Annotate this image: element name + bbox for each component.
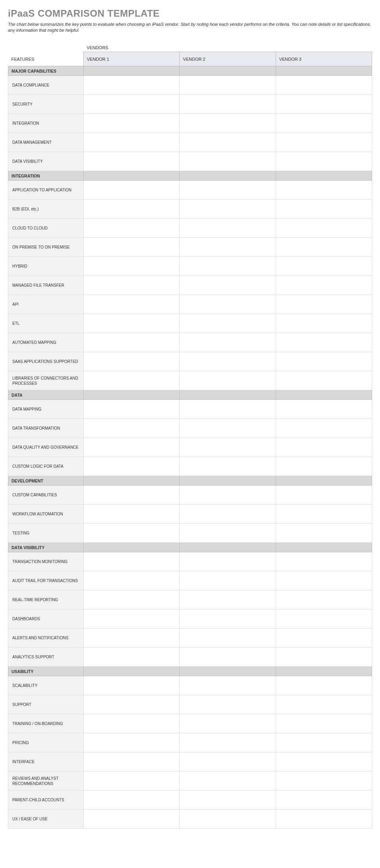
data-cell[interactable] xyxy=(180,276,276,295)
data-cell[interactable] xyxy=(84,714,180,733)
data-cell[interactable] xyxy=(180,457,276,476)
data-cell[interactable] xyxy=(276,400,372,419)
data-cell[interactable] xyxy=(276,295,372,314)
data-cell[interactable] xyxy=(276,505,372,524)
data-cell[interactable] xyxy=(276,114,372,133)
data-cell[interactable] xyxy=(84,791,180,810)
data-cell[interactable] xyxy=(180,295,276,314)
data-cell[interactable] xyxy=(84,257,180,276)
data-cell[interactable] xyxy=(84,419,180,438)
data-cell[interactable] xyxy=(276,133,372,152)
data-cell[interactable] xyxy=(180,181,276,200)
data-cell[interactable] xyxy=(84,733,180,752)
data-cell[interactable] xyxy=(180,257,276,276)
data-cell[interactable] xyxy=(180,114,276,133)
data-cell[interactable] xyxy=(276,257,372,276)
data-cell[interactable] xyxy=(276,610,372,629)
data-cell[interactable] xyxy=(276,457,372,476)
data-cell[interactable] xyxy=(180,676,276,695)
data-cell[interactable] xyxy=(180,314,276,333)
data-cell[interactable] xyxy=(84,505,180,524)
data-cell[interactable] xyxy=(84,114,180,133)
data-cell[interactable] xyxy=(276,648,372,667)
data-cell[interactable] xyxy=(180,219,276,238)
data-cell[interactable] xyxy=(84,152,180,171)
data-cell[interactable] xyxy=(276,276,372,295)
data-cell[interactable] xyxy=(180,76,276,95)
data-cell[interactable] xyxy=(276,733,372,752)
data-cell[interactable] xyxy=(276,352,372,371)
data-cell[interactable] xyxy=(180,648,276,667)
data-cell[interactable] xyxy=(276,238,372,257)
data-cell[interactable] xyxy=(180,95,276,114)
data-cell[interactable] xyxy=(276,95,372,114)
data-cell[interactable] xyxy=(276,590,372,610)
data-cell[interactable] xyxy=(180,152,276,171)
data-cell[interactable] xyxy=(84,648,180,667)
data-cell[interactable] xyxy=(276,152,372,171)
data-cell[interactable] xyxy=(84,295,180,314)
data-cell[interactable] xyxy=(180,629,276,648)
data-cell[interactable] xyxy=(180,133,276,152)
data-cell[interactable] xyxy=(180,400,276,419)
data-cell[interactable] xyxy=(276,486,372,505)
data-cell[interactable] xyxy=(276,772,372,791)
data-cell[interactable] xyxy=(276,810,372,829)
data-cell[interactable] xyxy=(276,676,372,695)
data-cell[interactable] xyxy=(276,200,372,219)
data-cell[interactable] xyxy=(180,552,276,571)
data-cell[interactable] xyxy=(84,610,180,629)
data-cell[interactable] xyxy=(276,371,372,390)
data-cell[interactable] xyxy=(276,524,372,543)
data-cell[interactable] xyxy=(84,76,180,95)
data-cell[interactable] xyxy=(180,810,276,829)
data-cell[interactable] xyxy=(180,791,276,810)
data-cell[interactable] xyxy=(276,629,372,648)
data-cell[interactable] xyxy=(84,314,180,333)
data-cell[interactable] xyxy=(180,590,276,610)
data-cell[interactable] xyxy=(180,695,276,714)
data-cell[interactable] xyxy=(84,400,180,419)
data-cell[interactable] xyxy=(84,457,180,476)
data-cell[interactable] xyxy=(84,438,180,457)
data-cell[interactable] xyxy=(84,133,180,152)
data-cell[interactable] xyxy=(84,181,180,200)
data-cell[interactable] xyxy=(276,695,372,714)
data-cell[interactable] xyxy=(276,571,372,590)
data-cell[interactable] xyxy=(84,810,180,829)
data-cell[interactable] xyxy=(180,524,276,543)
data-cell[interactable] xyxy=(180,733,276,752)
data-cell[interactable] xyxy=(84,95,180,114)
data-cell[interactable] xyxy=(180,752,276,772)
data-cell[interactable] xyxy=(180,571,276,590)
data-cell[interactable] xyxy=(180,610,276,629)
data-cell[interactable] xyxy=(180,714,276,733)
data-cell[interactable] xyxy=(84,629,180,648)
data-cell[interactable] xyxy=(84,676,180,695)
data-cell[interactable] xyxy=(180,333,276,352)
data-cell[interactable] xyxy=(276,219,372,238)
data-cell[interactable] xyxy=(180,438,276,457)
data-cell[interactable] xyxy=(276,552,372,571)
data-cell[interactable] xyxy=(276,419,372,438)
data-cell[interactable] xyxy=(84,524,180,543)
data-cell[interactable] xyxy=(84,695,180,714)
data-cell[interactable] xyxy=(84,371,180,390)
data-cell[interactable] xyxy=(84,571,180,590)
data-cell[interactable] xyxy=(276,76,372,95)
data-cell[interactable] xyxy=(276,181,372,200)
data-cell[interactable] xyxy=(276,333,372,352)
data-cell[interactable] xyxy=(84,200,180,219)
data-cell[interactable] xyxy=(84,276,180,295)
data-cell[interactable] xyxy=(180,419,276,438)
data-cell[interactable] xyxy=(180,200,276,219)
data-cell[interactable] xyxy=(84,352,180,371)
data-cell[interactable] xyxy=(84,590,180,610)
data-cell[interactable] xyxy=(84,219,180,238)
data-cell[interactable] xyxy=(276,314,372,333)
data-cell[interactable] xyxy=(276,438,372,457)
data-cell[interactable] xyxy=(180,238,276,257)
data-cell[interactable] xyxy=(180,352,276,371)
data-cell[interactable] xyxy=(84,772,180,791)
data-cell[interactable] xyxy=(84,333,180,352)
